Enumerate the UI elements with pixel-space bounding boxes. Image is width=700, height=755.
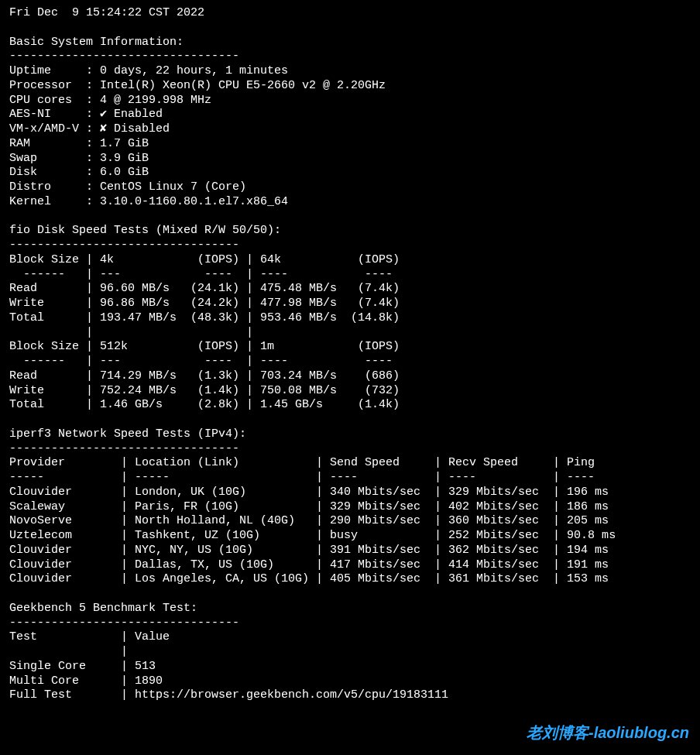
timestamp-line: Fri Dec 9 15:24:22 CST 2022 — [9, 6, 204, 19]
geekbench-title: Geekbench 5 Benchmark Test: — [9, 602, 197, 615]
sysinfo-row: VM-x/AMD-V : ✘ Disabled — [9, 122, 170, 136]
sysinfo-row: Distro : CentOS Linux 7 (Core) — [9, 180, 246, 194]
iperf-row: Scaleway | Paris, FR (10G) | 329 Mbits/s… — [9, 500, 609, 513]
fio-row: Write | 752.24 MB/s (1.4k) | 750.08 MB/s… — [9, 384, 400, 397]
fio-row: Read | 714.29 MB/s (1.3k) | 703.24 MB/s … — [9, 369, 400, 383]
fio-header: Block Size | 512k (IOPS) | 1m (IOPS) — [9, 340, 400, 353]
iperf-header: Provider | Location (Link) | Send Speed … — [9, 456, 595, 469]
sysinfo-row: Uptime : 0 days, 22 hours, 1 minutes — [9, 64, 288, 77]
sysinfo-title: Basic System Information: — [9, 36, 184, 49]
sysinfo-row: Processor : Intel(R) Xeon(R) CPU E5-2660… — [9, 79, 386, 92]
fio-row: Write | 96.86 MB/s (24.2k) | 477.98 MB/s… — [9, 297, 400, 310]
iperf-row: NovoServe | North Holland, NL (40G) | 29… — [9, 514, 609, 527]
sysinfo-row: Swap : 3.9 GiB — [9, 152, 149, 165]
iperf-row: Clouvider | Los Angeles, CA, US (10G) | … — [9, 572, 609, 585]
fio-header: Block Size | 4k (IOPS) | 64k (IOPS) — [9, 253, 400, 266]
geekbench-row: Multi Core | 1890 — [9, 674, 163, 688]
sysinfo-row: CPU cores : 4 @ 2199.998 MHz — [9, 94, 211, 107]
iperf-title: iperf3 Network Speed Tests (IPv4): — [9, 427, 246, 441]
iperf-row: Clouvider | London, UK (10G) | 340 Mbits… — [9, 486, 609, 499]
fio-row: Read | 96.60 MB/s (24.1k) | 475.48 MB/s … — [9, 282, 400, 295]
iperf-row: Clouvider | NYC, NY, US (10G) | 391 Mbit… — [9, 544, 609, 557]
terminal-output: Fri Dec 9 15:24:22 CST 2022 Basic System… — [0, 0, 700, 709]
sysinfo-row: Kernel : 3.10.0-1160.80.1.el7.x86_64 — [9, 195, 288, 208]
fio-row: Total | 1.46 GB/s (2.8k) | 1.45 GB/s (1.… — [9, 398, 400, 411]
iperf-row: Clouvider | Dallas, TX, US (10G) | 417 M… — [9, 558, 609, 571]
sysinfo-row: RAM : 1.7 GiB — [9, 137, 149, 150]
iperf-row: Uztelecom | Tashkent, UZ (10G) | busy | … — [9, 529, 616, 542]
sysinfo-row: AES-NI : ✔ Enabled — [9, 108, 163, 121]
sysinfo-row: Disk : 6.0 GiB — [9, 166, 149, 179]
fio-title: fio Disk Speed Tests (Mixed R/W 50/50): — [9, 224, 281, 237]
fio-row: Total | 193.47 MB/s (48.3k) | 953.46 MB/… — [9, 311, 400, 324]
geekbench-row: Full Test | https://browser.geekbench.co… — [9, 688, 448, 702]
geekbench-row: Single Core | 513 — [9, 660, 156, 673]
geekbench-header: Test | Value — [9, 630, 170, 643]
